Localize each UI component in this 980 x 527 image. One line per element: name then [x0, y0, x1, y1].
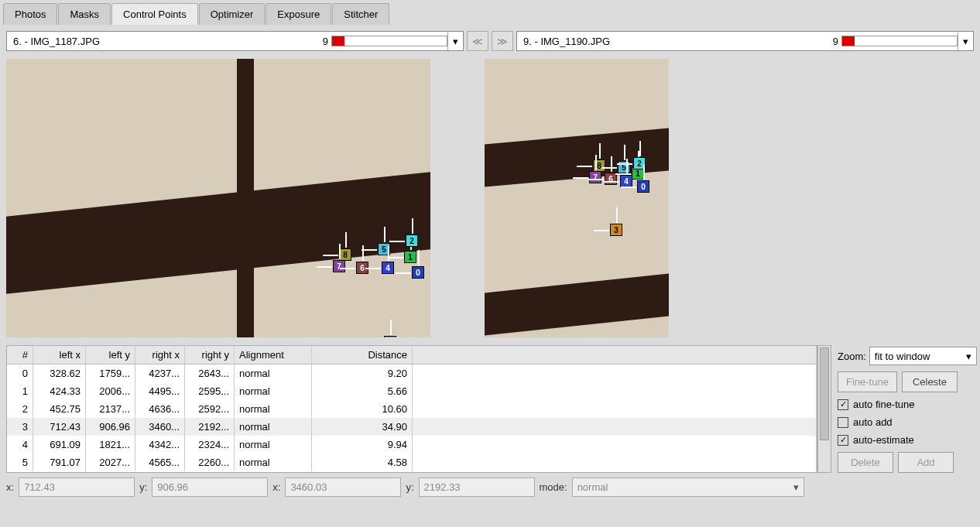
y2-field[interactable]: 2192.33 [419, 477, 535, 497]
control-point-4[interactable]: 4 [620, 175, 632, 187]
control-point-3[interactable]: 3 [384, 336, 396, 337]
x-label: x: [6, 481, 14, 493]
chevron-down-icon[interactable]: ▾ [958, 32, 973, 50]
y-field[interactable]: 906.96 [152, 477, 268, 497]
column-header[interactable]: # [7, 346, 33, 364]
mode-label: mode: [540, 481, 567, 493]
coordinate-fields: x: 712.43 y: 906.96 x: 3460.03 y: 2192.3… [0, 473, 980, 501]
prev-image-button[interactable]: ≪ [467, 31, 488, 51]
add-button[interactable]: Add [898, 452, 954, 473]
left-image-swatch [331, 36, 447, 46]
table-header: #left xleft yright xright yAlignmentDist… [7, 346, 817, 364]
x2-field[interactable]: 3460.03 [285, 477, 401, 497]
table-scrollbar[interactable] [817, 345, 831, 473]
left-image-label: 6. - IMG_1187.JPG [7, 36, 320, 47]
table-row[interactable]: 2452.752137...4636...2592...normal10.60 [7, 400, 817, 418]
control-point-2[interactable]: 2 [406, 234, 418, 247]
tab-bar: PhotosMasksControl PointsOptimizerExposu… [0, 0, 980, 25]
control-point-7[interactable]: 7 [333, 260, 345, 272]
right-image-label: 9. - IMG_1190.JPG [517, 36, 830, 47]
control-points-table[interactable]: #left xleft yright xright yAlignmentDist… [6, 345, 817, 473]
right-image-num: 9 [830, 36, 841, 47]
next-image-button[interactable]: ≫ [492, 31, 513, 51]
table-row[interactable]: 0328.621759...4237...2643...normal9.20 [7, 364, 817, 382]
column-header[interactable]: right x [135, 346, 185, 364]
side-controls: Zoom: fit to window ▾ Fine-tune Celeste … [838, 345, 977, 473]
control-point-8[interactable]: 8 [339, 248, 351, 261]
table-row[interactable]: 4691.091821...4342...2324...normal9.94 [7, 436, 817, 453]
table-row[interactable]: 1424.332006...4495...2595...normal5.66 [7, 382, 817, 400]
zoom-select[interactable]: fit to window ▾ [869, 347, 977, 365]
x2-label: x: [272, 481, 280, 493]
control-point-3[interactable]: 3 [610, 224, 622, 236]
x-field[interactable]: 712.43 [19, 477, 135, 497]
column-header[interactable]: Distance [312, 346, 413, 364]
mode-select[interactable]: normal▾ [572, 477, 804, 497]
delete-button[interactable]: Delete [838, 452, 893, 473]
image-panels: 876541203 876541203 [0, 56, 980, 342]
column-header[interactable] [413, 346, 817, 364]
column-header[interactable]: left y [86, 346, 135, 364]
fine-tune-button[interactable]: Fine-tune [838, 371, 897, 392]
auto-estimate-checkbox[interactable]: ✓auto-estimate [838, 434, 977, 446]
zoom-label: Zoom: [838, 351, 866, 362]
tab-masks[interactable]: Masks [58, 3, 111, 25]
left-image-select[interactable]: 6. - IMG_1187.JPG 9 ▾ [6, 31, 464, 51]
column-header[interactable]: Alignment [235, 346, 312, 364]
zoom-value: fit to window [875, 351, 930, 362]
control-point-0[interactable]: 0 [637, 180, 649, 193]
table-row[interactable]: 3712.43906.963460...2192...normal34.90 [7, 418, 817, 436]
left-image-panel[interactable]: 876541203 [6, 59, 430, 337]
table-row[interactable]: 5791.072027...4565...2260...normal4.58 [7, 453, 817, 471]
tab-optimizer[interactable]: Optimizer [199, 3, 266, 25]
tab-photos[interactable]: Photos [3, 3, 57, 25]
column-header[interactable]: left x [33, 346, 86, 364]
y2-label: y: [406, 481, 413, 493]
control-point-0[interactable]: 0 [412, 266, 424, 279]
column-header[interactable]: right y [185, 346, 235, 364]
right-image-swatch [841, 36, 958, 46]
right-image-select[interactable]: 9. - IMG_1190.JPG 9 ▾ [516, 31, 974, 51]
control-point-4[interactable]: 4 [382, 262, 394, 274]
celeste-button[interactable]: Celeste [902, 371, 958, 392]
tab-control-points[interactable]: Control Points [111, 3, 198, 25]
control-point-7[interactable]: 7 [589, 171, 601, 183]
tab-exposure[interactable]: Exposure [266, 3, 331, 25]
chevron-down-icon: ▾ [966, 351, 971, 362]
left-image-num: 9 [320, 36, 331, 47]
control-point-1[interactable]: 1 [404, 251, 416, 263]
image-selectors: 6. - IMG_1187.JPG 9 ▾ ≪ ≫ 9. - IMG_1190.… [0, 25, 980, 56]
y-label: y: [139, 481, 147, 493]
auto-fine-tune-checkbox[interactable]: ✓auto fine-tune [838, 399, 977, 410]
chevron-down-icon[interactable]: ▾ [447, 32, 463, 50]
tab-stitcher[interactable]: Stitcher [332, 3, 389, 25]
right-image-panel[interactable]: 876541203 [485, 59, 669, 337]
auto-add-checkbox[interactable]: auto add [838, 416, 977, 428]
